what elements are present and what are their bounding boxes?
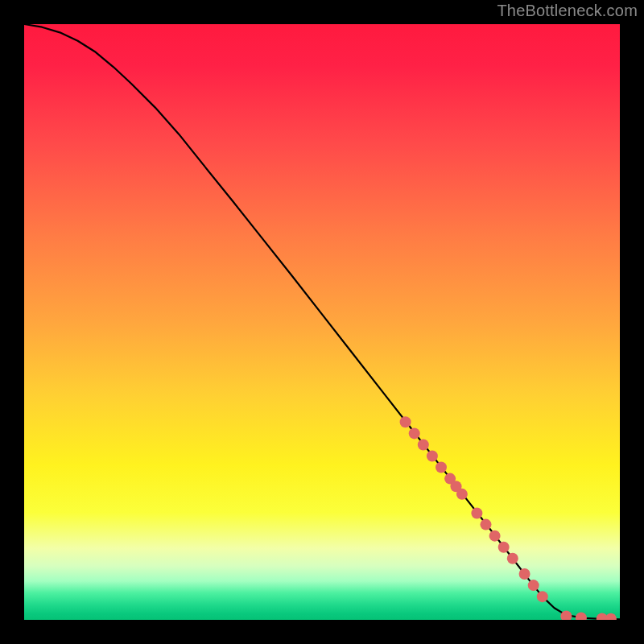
scatter-point (409, 427, 420, 439)
scatter-point (418, 439, 429, 450)
scatter-point (471, 508, 482, 519)
scatter-point (537, 591, 548, 602)
plot-svg (24, 24, 620, 620)
scatter-point (528, 580, 539, 591)
scatter-point (427, 451, 438, 462)
scatter-point (498, 542, 510, 553)
gradient-background (24, 24, 620, 620)
scatter-point (436, 462, 447, 473)
plot-area (24, 24, 620, 620)
chart-frame: TheBottleneck.com (0, 0, 644, 644)
scatter-point (400, 416, 411, 427)
scatter-point (507, 553, 518, 564)
scatter-point (456, 489, 468, 500)
attribution-text: TheBottleneck.com (497, 2, 638, 20)
scatter-point (481, 519, 492, 530)
scatter-point (489, 530, 501, 542)
scatter-point (519, 568, 530, 580)
